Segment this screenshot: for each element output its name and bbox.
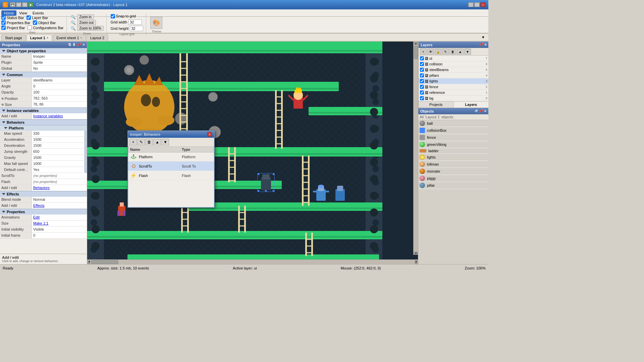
tab-layout-1-close[interactable]: ×: [47, 36, 48, 40]
object-piggy[interactable]: piggy: [418, 175, 488, 182]
layer-ui-check[interactable]: [420, 56, 424, 60]
hscroll-thumb[interactable]: [91, 260, 118, 264]
object-greenviking[interactable]: greenViking: [418, 141, 488, 148]
objects-pin-icon[interactable]: 📌: [479, 109, 483, 113]
behaviors-edit-button[interactable]: ✎: [138, 139, 145, 145]
layer-bg-check[interactable]: [420, 96, 424, 100]
object-ball[interactable]: ball: [418, 120, 488, 127]
layer-fence-check[interactable]: [420, 85, 424, 89]
undo-icon[interactable]: ↩: [16, 2, 21, 7]
behaviors-down-button[interactable]: ▼: [162, 139, 169, 145]
layers-up-button[interactable]: ▲: [457, 49, 464, 55]
close-button[interactable]: ×: [480, 2, 486, 7]
behaviors-up-button[interactable]: ▲: [154, 139, 161, 145]
behavior-item-flash[interactable]: ⚡ Flash Flash: [128, 171, 214, 180]
behaviors-close-button[interactable]: ×: [207, 132, 212, 137]
section-instance-vars[interactable]: Instance variables: [0, 108, 87, 113]
properties-close-icon[interactable]: ×: [83, 43, 85, 47]
object-bar-check[interactable]: Object Bar: [33, 20, 56, 25]
tab-start-page[interactable]: Start page: [1, 35, 26, 41]
layers-visibility-button[interactable]: 👁: [427, 49, 434, 55]
zoom-out-button[interactable]: Zoom out: [77, 20, 96, 25]
behavior-item-platform[interactable]: 🕹 Platform Platform: [128, 153, 214, 162]
behaviors-add-button[interactable]: +: [129, 139, 137, 145]
layers-delete-button[interactable]: 🗑: [449, 49, 456, 55]
section-common[interactable]: Common: [0, 72, 87, 77]
layer-lights[interactable]: 🖼 lights 3: [419, 78, 488, 84]
tab-layers[interactable]: Layers: [454, 102, 489, 108]
redo-icon[interactable]: ↪: [22, 2, 28, 7]
section-effects[interactable]: Effects: [0, 191, 87, 197]
size-expand-icon[interactable]: ⊕: [1, 103, 4, 106]
properties-pin-icon[interactable]: 📌: [77, 43, 82, 47]
tab-event-sheet-1-close[interactable]: ×: [80, 36, 82, 40]
run-icon[interactable]: ▶: [28, 2, 34, 7]
status-bar-check[interactable]: Status Bar: [1, 15, 24, 20]
layer-collision[interactable]: 🖼 collision 6: [419, 61, 488, 67]
project-bar-check[interactable]: Project Bar: [1, 25, 25, 30]
maximize-button[interactable]: □: [474, 2, 480, 7]
tab-dropdown-button[interactable]: ▼: [479, 34, 487, 40]
layer-fence[interactable]: 🖼 fence 2: [419, 84, 488, 90]
object-lights[interactable]: lights: [418, 154, 488, 161]
layer-lights-check[interactable]: [420, 79, 424, 83]
layer-bg[interactable]: 🖼 bg 0: [419, 96, 488, 101]
layers-lock-button[interactable]: 🔒: [435, 49, 441, 55]
layout-canvas[interactable]: trooper: Behaviors × + ✎ 🗑 ▲ ▼ Name Type: [87, 42, 418, 259]
objects-close-icon[interactable]: ×: [484, 109, 486, 113]
zoom-in-button[interactable]: Zoom in: [77, 14, 94, 19]
grid-width-input[interactable]: [128, 19, 142, 25]
object-pillar[interactable]: pillar: [418, 182, 488, 189]
layers-add-button[interactable]: +: [420, 49, 427, 55]
layer-pillars-check[interactable]: [420, 73, 424, 77]
layer-bar-check[interactable]: Layer Bar: [26, 15, 48, 20]
tab-layout-1[interactable]: Layout 1 ×: [26, 35, 52, 41]
configurations-bar-check[interactable]: Configurations Bar: [28, 25, 63, 30]
layers-header: Layers 📌 ×: [419, 42, 488, 48]
section-object-type[interactable]: Object type properties: [0, 48, 87, 54]
properties-bar-check[interactable]: Properties Bar: [1, 20, 30, 25]
layers-edit-button[interactable]: ✎: [442, 49, 449, 55]
section-properties[interactable]: Properties: [0, 209, 87, 215]
minimize-button[interactable]: _: [468, 2, 474, 7]
position-expand-icon[interactable]: ⊕: [1, 97, 4, 100]
layer-collision-check[interactable]: [420, 62, 424, 66]
layers-pin-icon[interactable]: 📌: [479, 43, 484, 47]
layers-down-button[interactable]: ▼: [464, 49, 471, 55]
style-icon[interactable]: 🎨: [150, 17, 162, 29]
zoom-100-button[interactable]: Zoom to 100%: [77, 26, 104, 31]
snap-to-grid-check[interactable]: Snap to grid: [111, 14, 144, 18]
object-monster[interactable]: monster: [418, 168, 488, 175]
object-fence[interactable]: fence: [418, 134, 488, 141]
object-ladder[interactable]: ladder: [418, 148, 488, 154]
tab-event-sheet-1[interactable]: Event sheet 1 ×: [53, 35, 86, 41]
object-collisionbox[interactable]: collisionBox: [418, 127, 488, 134]
vscroll-thumb[interactable]: [414, 46, 418, 59]
layers-close-icon[interactable]: ×: [485, 43, 487, 47]
layer-pillars[interactable]: 🖼 pillars 4: [419, 73, 488, 78]
tab-projects[interactable]: Projects: [419, 102, 454, 108]
objects-refresh-icon[interactable]: ↺: [475, 109, 478, 113]
layer-ui[interactable]: 🖼 ui 7: [419, 56, 488, 61]
section-behaviors[interactable]: Behaviors: [0, 119, 87, 125]
menu-item-home[interactable]: Home: [1, 10, 16, 16]
section-common-label: Common: [7, 73, 23, 77]
grid-height-input[interactable]: [130, 26, 143, 31]
behaviors-delete-button[interactable]: 🗑: [146, 139, 153, 145]
save-icon-toolbar[interactable]: 💾: [10, 2, 15, 7]
layer-reference[interactable]: 🖼 reference 1: [419, 90, 488, 96]
menu-item-view[interactable]: View: [16, 10, 30, 16]
tab-layout-2[interactable]: Layout 2: [87, 35, 108, 41]
section-platform[interactable]: Platform: [0, 125, 87, 131]
layer-steelbeams-check[interactable]: [420, 68, 424, 72]
canvas-vscroll[interactable]: ▲ ▼: [413, 42, 418, 255]
layer-steelbeams[interactable]: 🖼 steelBeams 5: [419, 67, 488, 73]
properties-sort-icon[interactable]: ⇅: [68, 43, 71, 47]
layer-reference-check[interactable]: [420, 90, 424, 95]
properties-sort2-icon[interactable]: ⬇: [72, 43, 75, 47]
behavior-item-scrollto[interactable]: ⊙ ScrollTo Scroll To: [128, 162, 214, 171]
menu-item-events[interactable]: Events: [30, 10, 47, 16]
behaviors-titlebar[interactable]: trooper: Behaviors ×: [128, 131, 214, 138]
canvas-hscrollbar[interactable]: ◄ ►: [87, 259, 418, 264]
object-lofiman[interactable]: lofiman: [418, 161, 488, 168]
